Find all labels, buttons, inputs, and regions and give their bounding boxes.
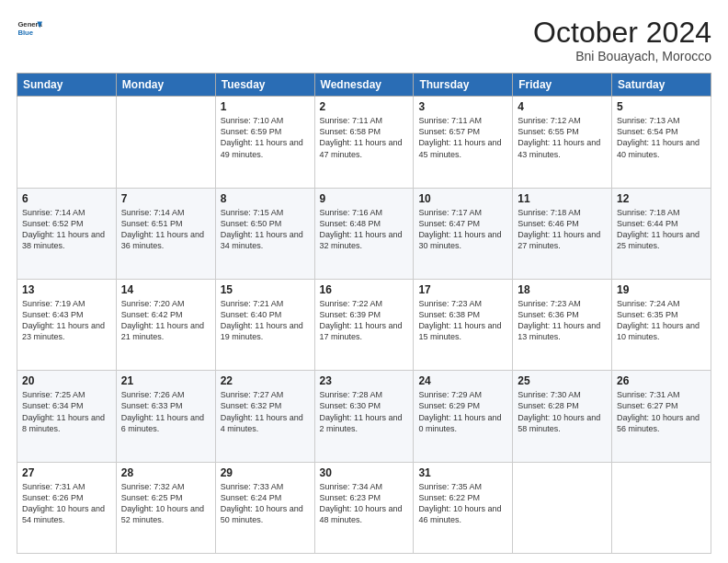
date-number: 2 [320, 100, 409, 113]
col-tuesday: Tuesday [215, 74, 314, 97]
cell-info: Sunrise: 7:11 AM Sunset: 6:58 PM Dayligh… [320, 115, 409, 160]
date-number: 16 [320, 283, 409, 296]
col-wednesday: Wednesday [314, 74, 414, 97]
calendar-cell: 18Sunrise: 7:23 AM Sunset: 6:36 PM Dayli… [513, 279, 612, 370]
week-row-5: 27Sunrise: 7:31 AM Sunset: 6:26 PM Dayli… [17, 462, 711, 553]
title-block: October 2024 Bni Bouayach, Morocco [533, 17, 711, 63]
date-number: 19 [617, 283, 706, 296]
week-row-1: 1Sunrise: 7:10 AM Sunset: 6:59 PM Daylig… [17, 97, 711, 188]
calendar-cell: 22Sunrise: 7:27 AM Sunset: 6:32 PM Dayli… [215, 371, 314, 462]
calendar-cell: 7Sunrise: 7:14 AM Sunset: 6:51 PM Daylig… [116, 188, 215, 279]
svg-text:Blue: Blue [17, 29, 33, 37]
cell-info: Sunrise: 7:35 AM Sunset: 6:22 PM Dayligh… [418, 481, 507, 526]
cell-info: Sunrise: 7:34 AM Sunset: 6:23 PM Dayligh… [320, 481, 409, 526]
cell-info: Sunrise: 7:31 AM Sunset: 6:26 PM Dayligh… [22, 481, 111, 526]
calendar-cell: 9Sunrise: 7:16 AM Sunset: 6:48 PM Daylig… [314, 188, 414, 279]
date-number: 26 [617, 374, 706, 387]
calendar-cell: 16Sunrise: 7:22 AM Sunset: 6:39 PM Dayli… [314, 279, 414, 370]
calendar-cell [116, 97, 215, 188]
calendar-title: October 2024 [533, 17, 711, 49]
week-row-4: 20Sunrise: 7:25 AM Sunset: 6:34 PM Dayli… [17, 371, 711, 462]
cell-info: Sunrise: 7:12 AM Sunset: 6:55 PM Dayligh… [518, 115, 607, 160]
calendar-cell: 24Sunrise: 7:29 AM Sunset: 6:29 PM Dayli… [414, 371, 513, 462]
cell-info: Sunrise: 7:31 AM Sunset: 6:27 PM Dayligh… [617, 389, 706, 434]
calendar-cell: 11Sunrise: 7:18 AM Sunset: 6:46 PM Dayli… [513, 188, 612, 279]
calendar-cell [513, 462, 612, 553]
calendar-cell: 30Sunrise: 7:34 AM Sunset: 6:23 PM Dayli… [314, 462, 414, 553]
cell-info: Sunrise: 7:13 AM Sunset: 6:54 PM Dayligh… [617, 115, 706, 160]
calendar-cell: 20Sunrise: 7:25 AM Sunset: 6:34 PM Dayli… [17, 371, 117, 462]
date-number: 7 [121, 192, 210, 205]
date-number: 5 [617, 100, 706, 113]
logo: General Blue [17, 17, 42, 42]
calendar-cell: 2Sunrise: 7:11 AM Sunset: 6:58 PM Daylig… [314, 97, 414, 188]
calendar-cell: 8Sunrise: 7:15 AM Sunset: 6:50 PM Daylig… [215, 188, 314, 279]
cell-info: Sunrise: 7:23 AM Sunset: 6:38 PM Dayligh… [418, 298, 507, 343]
date-number: 4 [518, 100, 607, 113]
logo-icon: General Blue [17, 17, 42, 42]
week-row-2: 6Sunrise: 7:14 AM Sunset: 6:52 PM Daylig… [17, 188, 711, 279]
calendar-cell: 17Sunrise: 7:23 AM Sunset: 6:38 PM Dayli… [414, 279, 513, 370]
calendar-cell: 25Sunrise: 7:30 AM Sunset: 6:28 PM Dayli… [513, 371, 612, 462]
calendar-cell: 23Sunrise: 7:28 AM Sunset: 6:30 PM Dayli… [314, 371, 414, 462]
header-row: Sunday Monday Tuesday Wednesday Thursday… [17, 74, 711, 97]
calendar-cell: 4Sunrise: 7:12 AM Sunset: 6:55 PM Daylig… [513, 97, 612, 188]
date-number: 14 [121, 283, 210, 296]
calendar-cell: 28Sunrise: 7:32 AM Sunset: 6:25 PM Dayli… [116, 462, 215, 553]
date-number: 9 [320, 192, 409, 205]
calendar-cell: 15Sunrise: 7:21 AM Sunset: 6:40 PM Dayli… [215, 279, 314, 370]
date-number: 11 [518, 192, 607, 205]
calendar-cell: 21Sunrise: 7:26 AM Sunset: 6:33 PM Dayli… [116, 371, 215, 462]
calendar-cell: 31Sunrise: 7:35 AM Sunset: 6:22 PM Dayli… [414, 462, 513, 553]
calendar-table: Sunday Monday Tuesday Wednesday Thursday… [17, 73, 711, 554]
col-friday: Friday [513, 74, 612, 97]
calendar-cell: 6Sunrise: 7:14 AM Sunset: 6:52 PM Daylig… [17, 188, 117, 279]
cell-info: Sunrise: 7:22 AM Sunset: 6:39 PM Dayligh… [320, 298, 409, 343]
col-thursday: Thursday [414, 74, 513, 97]
calendar-cell: 10Sunrise: 7:17 AM Sunset: 6:47 PM Dayli… [414, 188, 513, 279]
calendar-cell: 1Sunrise: 7:10 AM Sunset: 6:59 PM Daylig… [215, 97, 314, 188]
date-number: 29 [221, 466, 310, 479]
cell-info: Sunrise: 7:24 AM Sunset: 6:35 PM Dayligh… [617, 298, 706, 343]
cell-info: Sunrise: 7:16 AM Sunset: 6:48 PM Dayligh… [320, 207, 409, 252]
date-number: 18 [518, 283, 607, 296]
calendar-cell: 12Sunrise: 7:18 AM Sunset: 6:44 PM Dayli… [612, 188, 711, 279]
cell-info: Sunrise: 7:27 AM Sunset: 6:32 PM Dayligh… [221, 389, 310, 434]
col-sunday: Sunday [17, 74, 117, 97]
cell-info: Sunrise: 7:14 AM Sunset: 6:51 PM Dayligh… [121, 207, 210, 252]
date-number: 31 [418, 466, 507, 479]
cell-info: Sunrise: 7:29 AM Sunset: 6:29 PM Dayligh… [418, 389, 507, 434]
date-number: 28 [121, 466, 210, 479]
cell-info: Sunrise: 7:17 AM Sunset: 6:47 PM Dayligh… [418, 207, 507, 252]
calendar-cell: 14Sunrise: 7:20 AM Sunset: 6:42 PM Dayli… [116, 279, 215, 370]
page: General Blue October 2024 Bni Bouayach, … [0, 0, 728, 563]
calendar-cell: 5Sunrise: 7:13 AM Sunset: 6:54 PM Daylig… [612, 97, 711, 188]
calendar-cell: 29Sunrise: 7:33 AM Sunset: 6:24 PM Dayli… [215, 462, 314, 553]
date-number: 17 [418, 283, 507, 296]
date-number: 21 [121, 374, 210, 387]
cell-info: Sunrise: 7:21 AM Sunset: 6:40 PM Dayligh… [221, 298, 310, 343]
date-number: 10 [418, 192, 507, 205]
header: General Blue October 2024 Bni Bouayach, … [17, 17, 711, 63]
col-saturday: Saturday [612, 74, 711, 97]
cell-info: Sunrise: 7:28 AM Sunset: 6:30 PM Dayligh… [320, 389, 409, 434]
calendar-cell: 26Sunrise: 7:31 AM Sunset: 6:27 PM Dayli… [612, 371, 711, 462]
date-number: 13 [22, 283, 111, 296]
date-number: 1 [221, 100, 310, 113]
calendar-cell: 19Sunrise: 7:24 AM Sunset: 6:35 PM Dayli… [612, 279, 711, 370]
cell-info: Sunrise: 7:30 AM Sunset: 6:28 PM Dayligh… [518, 389, 607, 434]
calendar-cell [17, 97, 117, 188]
cell-info: Sunrise: 7:20 AM Sunset: 6:42 PM Dayligh… [121, 298, 210, 343]
week-row-3: 13Sunrise: 7:19 AM Sunset: 6:43 PM Dayli… [17, 279, 711, 370]
date-number: 20 [22, 374, 111, 387]
date-number: 3 [418, 100, 507, 113]
date-number: 12 [617, 192, 706, 205]
col-monday: Monday [116, 74, 215, 97]
date-number: 30 [320, 466, 409, 479]
date-number: 22 [221, 374, 310, 387]
cell-info: Sunrise: 7:26 AM Sunset: 6:33 PM Dayligh… [121, 389, 210, 434]
date-number: 25 [518, 374, 607, 387]
cell-info: Sunrise: 7:19 AM Sunset: 6:43 PM Dayligh… [22, 298, 111, 343]
cell-info: Sunrise: 7:18 AM Sunset: 6:44 PM Dayligh… [617, 207, 706, 252]
calendar-subtitle: Bni Bouayach, Morocco [533, 49, 711, 63]
